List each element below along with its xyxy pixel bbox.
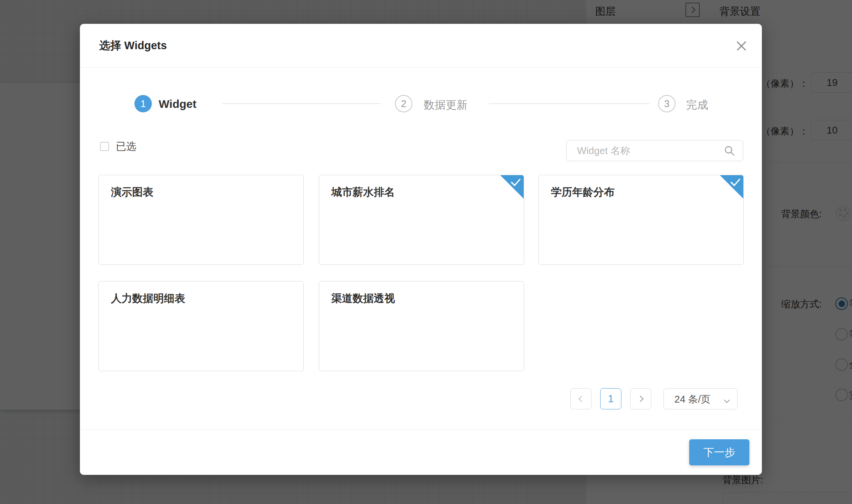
widget-card-title: 人力数据明细表: [111, 291, 185, 306]
step-connector: [489, 103, 649, 104]
step-1-label: Widget: [159, 98, 197, 110]
search-input[interactable]: [566, 140, 743, 161]
dialog-header: 选择 Widgets: [80, 24, 762, 68]
next-page-button[interactable]: [630, 388, 651, 409]
select-widgets-dialog: 选择 Widgets 1 Widget 2 数据更新 3 完成 已选: [80, 24, 762, 475]
widget-card[interactable]: 人力数据明细表: [98, 281, 304, 371]
search-icon[interactable]: [724, 145, 735, 158]
page-size-value: 24 条/页: [674, 389, 710, 410]
step-3-label: 完成: [686, 98, 708, 113]
selected-only-label[interactable]: 已选: [116, 140, 136, 153]
selected-only-checkbox[interactable]: [100, 142, 109, 151]
check-icon: [730, 178, 741, 188]
page-size-select[interactable]: 24 条/页: [663, 388, 738, 409]
step-connector: [222, 103, 381, 104]
pagination: 1 24 条/页: [570, 388, 738, 409]
check-icon: [510, 178, 521, 188]
widget-card-title: 学历年龄分布: [551, 185, 615, 199]
chevron-down-icon: [725, 397, 729, 404]
step-2-label: 数据更新: [424, 98, 468, 113]
widget-search: [566, 140, 743, 161]
step-2-circle: 2: [395, 95, 412, 112]
next-step-button[interactable]: 下一步: [689, 439, 749, 465]
page: 图层 背景设置 宽度（像素）： 高度（像素）： 背景颜色:: [0, 0, 852, 504]
widget-card-title: 演示图表: [111, 185, 153, 199]
close-icon[interactable]: [733, 37, 750, 54]
dialog-footer: 下一步: [80, 429, 762, 475]
widget-card[interactable]: 演示图表: [98, 175, 304, 265]
step-1-circle: 1: [134, 95, 152, 112]
widget-card[interactable]: 学历年龄分布: [538, 175, 744, 265]
widget-card[interactable]: 城市薪水排名: [319, 175, 524, 265]
step-3-circle: 3: [658, 95, 676, 112]
chevron-left-icon: [578, 396, 585, 402]
widget-card-title: 渠道数据透视: [331, 291, 395, 306]
widget-card-title: 城市薪水排名: [331, 185, 395, 199]
widget-card[interactable]: 渠道数据透视: [319, 281, 524, 371]
page-1-button[interactable]: 1: [600, 388, 621, 409]
dialog-title: 选择 Widgets: [99, 24, 167, 67]
chevron-right-icon: [637, 396, 643, 402]
prev-page-button[interactable]: [570, 388, 591, 409]
